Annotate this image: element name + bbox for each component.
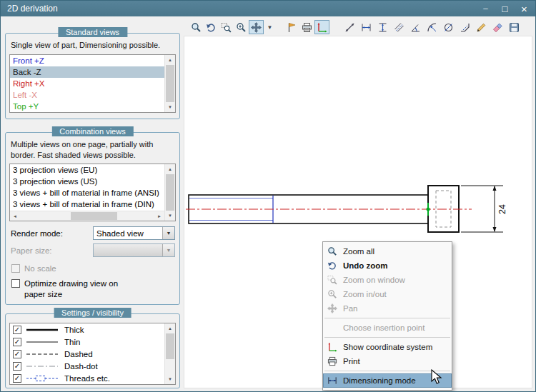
menu-item-label: Zoom on window: [343, 276, 405, 284]
menu-item-label: Show coordinate system: [343, 343, 432, 351]
scroll-down-icon[interactable]: [165, 211, 175, 221]
radius-dimension-button[interactable]: [424, 20, 440, 34]
scroll-up-icon[interactable]: [165, 55, 175, 65]
menu-item-zoom-on-window: Zoom on window: [323, 273, 452, 287]
line-setting-thick[interactable]: Thick: [10, 323, 164, 336]
context-menu: Zoom all Undo zoom Zoom on window Zoom i…: [322, 241, 452, 391]
combo-item-din[interactable]: 3 views + bill of material in frame (DIN…: [10, 198, 164, 210]
render-mode-label: Render mode:: [11, 229, 93, 238]
scroll-up-icon[interactable]: [165, 323, 175, 333]
menu-item-label: Pan: [343, 304, 357, 313]
optimize-checkbox[interactable]: [11, 279, 20, 288]
vertical-dimension-button[interactable]: [374, 20, 391, 34]
save-drawing-button[interactable]: [506, 20, 522, 34]
scroll-thumb[interactable]: [71, 212, 117, 220]
edit-dimension-button[interactable]: [473, 20, 490, 34]
pan-button[interactable]: [249, 20, 264, 34]
menu-item-zoom-all[interactable]: Zoom all: [323, 244, 452, 258]
thin-line-sample: [26, 338, 60, 346]
close-icon[interactable]: [515, 1, 534, 16]
render-mode-select[interactable]: Shaded view: [93, 226, 175, 240]
dash-dot-line-sample: [26, 363, 60, 370]
combination-views-description: Multiple views on one page, partially wi…: [6, 133, 176, 162]
zoom-in-out-button[interactable]: [234, 20, 249, 34]
maximize-icon[interactable]: [495, 1, 515, 16]
titlebar[interactable]: 2D derivation: [1, 1, 535, 16]
parallel-dimension-button[interactable]: [391, 20, 407, 34]
view-item-back-z[interactable]: Back -Z: [10, 66, 164, 78]
angle-dimension-button[interactable]: [407, 20, 424, 34]
vertical-scrollbar[interactable]: [164, 55, 175, 112]
delete-dimension-button[interactable]: [490, 20, 506, 34]
line-setting-dash-dot[interactable]: Dash-dot: [10, 360, 164, 372]
no-scale-checkbox: [11, 264, 20, 273]
scroll-left-icon[interactable]: [10, 211, 20, 221]
view-item-front-z[interactable]: Front +Z: [10, 55, 164, 66]
print-button[interactable]: [299, 20, 314, 34]
scroll-thumb[interactable]: [166, 333, 174, 359]
view-options-dropdown[interactable]: [264, 20, 276, 34]
threads-checkbox[interactable]: [13, 374, 21, 383]
coordinate-system-icon: [317, 22, 327, 33]
dashed-line-sample: [26, 351, 60, 358]
zoom-all-button[interactable]: [189, 20, 204, 34]
scroll-right-icon[interactable]: [154, 211, 164, 221]
optimize-row[interactable]: Optimize drawing view on paper size: [11, 278, 175, 299]
horizontal-dimension-button[interactable]: [358, 20, 374, 34]
choose-insertion-point-icon: [287, 22, 297, 33]
menu-item-show-coordinate-system[interactable]: Show coordinate system: [323, 340, 452, 354]
menu-separator: [324, 337, 450, 338]
line-setting-dashed[interactable]: Dashed: [10, 348, 164, 360]
menu-item-label: Print: [343, 357, 360, 366]
line-setting-label: Dashed: [64, 350, 93, 358]
thin-checkbox[interactable]: [13, 338, 21, 346]
diameter-dimension-button[interactable]: [440, 20, 457, 34]
zoom-on-window-button[interactable]: [219, 20, 234, 34]
combination-views-list: 3 projection views (EU) 3 projection vie…: [9, 164, 176, 221]
view-item-left-x[interactable]: Left -X: [10, 89, 164, 101]
undo-zoom-button[interactable]: [204, 20, 219, 34]
chevron-down-icon: [162, 244, 174, 256]
view-toolbar: [189, 20, 329, 34]
horizontal-scrollbar[interactable]: [10, 211, 164, 221]
scroll-down-icon[interactable]: [165, 374, 175, 384]
combo-item-eu[interactable]: 3 projection views (EU): [10, 164, 164, 176]
line-setting-thin[interactable]: Thin: [10, 336, 164, 348]
view-item-top-y[interactable]: Top +Y: [10, 101, 164, 112]
thick-line-sample: [26, 326, 60, 333]
zoom-in-out-icon: [236, 22, 247, 33]
chevron-down-icon[interactable]: [162, 227, 174, 239]
dash-dot-checkbox[interactable]: [13, 362, 21, 371]
scroll-thumb[interactable]: [166, 174, 174, 211]
scroll-down-icon[interactable]: [165, 102, 175, 112]
menu-item-pan: Pan: [323, 301, 452, 316]
vertical-scrollbar[interactable]: [164, 164, 175, 221]
pan-icon: [327, 303, 338, 314]
standard-views-group: Standard views Single view of part, Dime…: [5, 33, 180, 119]
menu-item-undo-zoom[interactable]: Undo zoom: [323, 258, 452, 273]
settings-list: Thick Thin Dashed: [9, 323, 176, 385]
show-coordinate-system-button[interactable]: [314, 20, 329, 34]
menu-item-print[interactable]: Print: [323, 354, 452, 368]
dashed-checkbox[interactable]: [13, 350, 21, 358]
thick-checkbox[interactable]: [13, 326, 21, 334]
vertical-scrollbar[interactable]: [164, 323, 175, 384]
paper-size-select: [93, 243, 175, 257]
chamfer-dimension-button[interactable]: [457, 20, 473, 34]
minimize-icon[interactable]: [476, 1, 495, 16]
choose-insertion-point-button[interactable]: [284, 20, 299, 34]
combination-views-title: Combination views: [51, 126, 133, 136]
scroll-up-icon[interactable]: [165, 164, 175, 174]
scroll-thumb[interactable]: [166, 65, 174, 102]
zoom-all-icon: [327, 246, 338, 257]
menu-item-label: Zoom in/out: [343, 290, 387, 298]
print-icon: [327, 356, 338, 367]
pan-icon: [251, 22, 262, 33]
save-icon: [509, 22, 520, 33]
print-icon: [302, 22, 312, 33]
combo-item-ansi[interactable]: 3 views + bill of material in frame (ANS…: [10, 187, 164, 198]
view-item-right-x[interactable]: Right +X: [10, 78, 164, 89]
combo-item-us[interactable]: 3 projection views (US): [10, 176, 164, 187]
smart-dimension-button[interactable]: [342, 20, 358, 34]
line-setting-threads[interactable]: Threads etc.: [10, 372, 164, 384]
